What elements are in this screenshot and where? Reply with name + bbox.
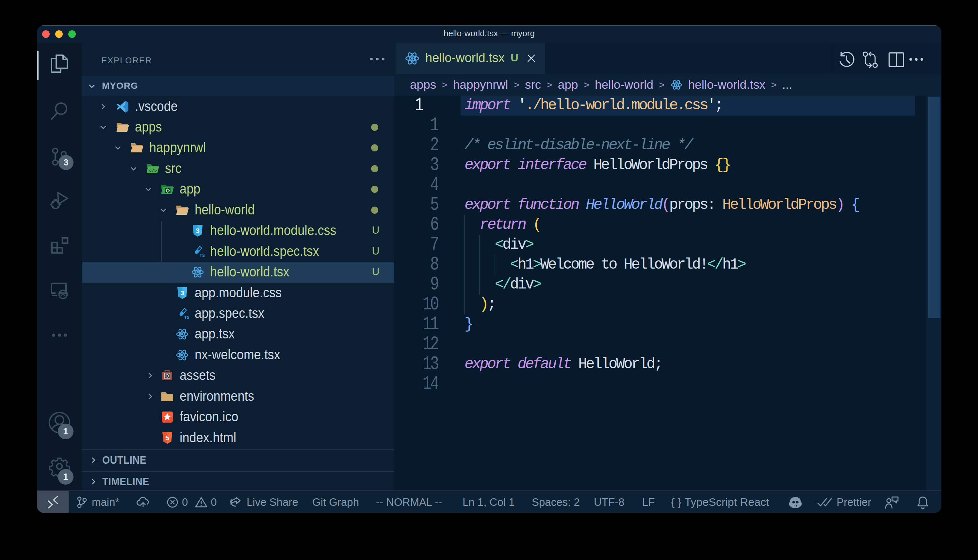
svg-text:3: 3 — [180, 289, 184, 297]
svg-text:5: 5 — [165, 434, 169, 442]
svg-text:</>: </> — [148, 168, 157, 174]
svg-text:TS: TS — [200, 253, 204, 258]
svg-text:3: 3 — [196, 227, 200, 234]
svg-text:TS: TS — [184, 315, 189, 320]
